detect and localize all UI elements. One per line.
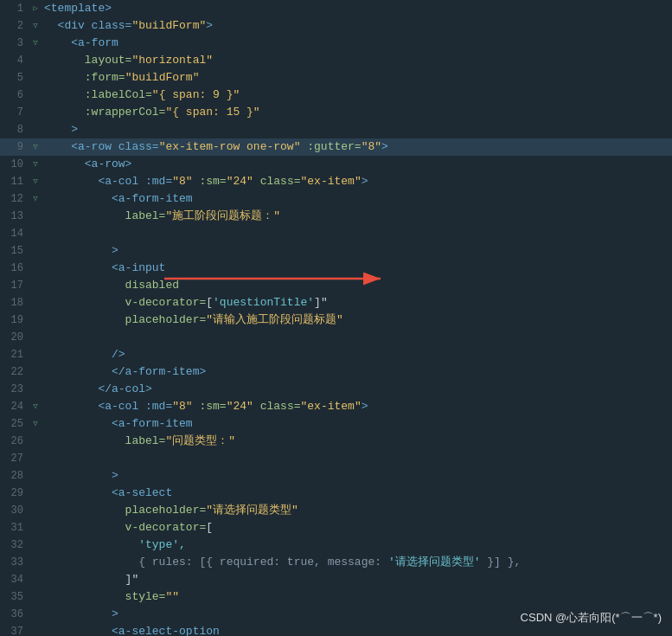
token: '请选择问题类型'	[388, 554, 481, 571]
token: "buildForm"	[125, 69, 200, 87]
code-line-28: 28 >	[0, 467, 672, 485]
token: "施工阶段问题标题："	[165, 208, 280, 225]
line-content: :form="buildForm"	[41, 69, 672, 87]
token: }] },	[480, 554, 521, 571]
line-number: 21	[0, 346, 30, 363]
line-number: 2	[0, 17, 30, 35]
token: style=	[44, 588, 165, 606]
line-number: 32	[0, 536, 30, 554]
code-line-6: 6 :labelCol="{ span: 9 }"	[0, 87, 672, 104]
line-content: <a-col :md="8" :sm="24" class="ex-item">	[41, 173, 672, 190]
token: >	[362, 398, 368, 415]
line-number: 27	[0, 450, 30, 467]
code-line-8: 8 >	[0, 121, 672, 138]
token: "{ span: 15 }"	[165, 104, 259, 121]
token: "{ span: 9 }"	[152, 87, 240, 104]
code-line-32: 32 'type',	[0, 536, 672, 554]
line-indicator: ▷	[30, 0, 41, 17]
token: :wrapperCol=	[44, 104, 165, 121]
code-line-33: 33 { rules: [{ required: true, message: …	[0, 554, 672, 571]
code-line-22: 22 </a-form-item>	[0, 363, 672, 381]
line-content: <a-row class="ex-item-row one-row" :gutt…	[41, 138, 672, 156]
token: <a-col :md=	[44, 173, 172, 190]
token: v-decorator=	[44, 294, 206, 312]
token: "8"	[172, 398, 192, 415]
token: <a-row>	[44, 156, 131, 173]
line-content: ]"	[41, 571, 672, 588]
token: >	[44, 606, 118, 623]
line-number: 33	[0, 554, 30, 571]
token: :form=	[44, 69, 125, 87]
token: </a-col>	[44, 381, 152, 398]
token: "24"	[227, 173, 253, 190]
line-content: </a-col>	[41, 381, 672, 398]
line-content: style=""	[41, 588, 672, 606]
token: <template>	[44, 0, 112, 17]
code-line-11: 11▽ <a-col :md="8" :sm="24" class="ex-it…	[0, 173, 672, 190]
line-number: 10	[0, 156, 30, 173]
line-number: 4	[0, 52, 30, 69]
token: <a-select-option	[44, 623, 220, 636]
line-number: 17	[0, 277, 30, 294]
line-number: 26	[0, 433, 30, 450]
token: layout=	[44, 52, 131, 69]
line-content: <a-row>	[41, 156, 672, 173]
line-content: >	[41, 242, 672, 260]
code-line-14: 14	[0, 225, 672, 242]
code-line-21: 21 />	[0, 346, 672, 363]
line-content: layout="horizontal"	[41, 52, 672, 69]
line-number: 3	[0, 35, 30, 52]
line-number: 22	[0, 363, 30, 381]
token: "buildForm"	[131, 17, 206, 35]
token: <a-input	[44, 260, 165, 277]
line-number: 20	[0, 329, 30, 346]
token: <a-form-item	[44, 190, 193, 208]
token: label=	[44, 433, 165, 450]
line-number: 31	[0, 519, 30, 536]
line-indicator: ▽	[30, 156, 41, 173]
code-line-35: 35 style=""	[0, 588, 672, 606]
line-content: <a-form-item	[41, 190, 672, 208]
code-line-1: 1▷<template>	[0, 0, 672, 17]
line-content: 'type',	[41, 536, 672, 554]
code-line-30: 30 placeholder="请选择问题类型"	[0, 502, 672, 519]
line-number: 23	[0, 381, 30, 398]
token: >	[381, 138, 388, 156]
line-content: <a-form-item	[41, 415, 672, 433]
code-line-5: 5 :form="buildForm"	[0, 69, 672, 87]
line-content: <a-col :md="8" :sm="24" class="ex-item">	[41, 398, 672, 415]
line-number: 24	[0, 398, 30, 415]
line-number: 9	[0, 138, 30, 156]
line-indicator: ▽	[30, 398, 41, 415]
line-content: placeholder="请输入施工阶段问题标题"	[41, 312, 672, 329]
code-line-29: 29 <a-select	[0, 485, 672, 502]
line-number: 18	[0, 294, 30, 312]
line-indicator: ▽	[30, 415, 41, 433]
token: ]"	[44, 571, 138, 588]
token: 'type',	[44, 536, 186, 554]
token: <div class=	[44, 17, 131, 35]
token: "8"	[172, 173, 192, 190]
line-number: 29	[0, 485, 30, 502]
line-indicator: ▽	[30, 173, 41, 190]
code-line-2: 2▽ <div class="buildForm">	[0, 17, 672, 35]
token: />	[44, 346, 125, 363]
line-number: 36	[0, 606, 30, 623]
token: [	[206, 519, 213, 536]
code-line-27: 27	[0, 450, 672, 467]
line-content: label="施工阶段问题标题："	[41, 208, 672, 225]
token: v-decorator=	[44, 519, 206, 536]
line-content: label="问题类型："	[41, 433, 672, 450]
code-editor: 1▷<template>2▽ <div class="buildForm">3▽…	[0, 0, 672, 636]
token: >	[206, 17, 213, 35]
line-indicator: ▽	[30, 35, 41, 52]
line-indicator: ▽	[30, 17, 41, 35]
token: "请选择问题类型"	[206, 502, 298, 519]
line-number: 12	[0, 190, 30, 208]
line-number: 34	[0, 571, 30, 588]
line-content: <a-select	[41, 485, 672, 502]
code-line-4: 4 layout="horizontal"	[0, 52, 672, 69]
code-line-34: 34 ]"	[0, 571, 672, 588]
code-line-12: 12▽ <a-form-item	[0, 190, 672, 208]
token: "horizontal"	[131, 52, 213, 69]
